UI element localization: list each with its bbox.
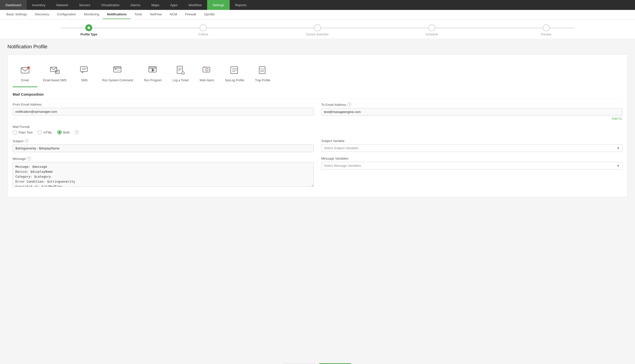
svg-point-25 <box>206 68 208 71</box>
mail-format-radio-group: Plain Text HTML Both ? <box>13 130 314 134</box>
top-nav-item-reports[interactable]: Reports <box>230 0 252 10</box>
svg-marker-12 <box>115 69 117 70</box>
radio-both-circle <box>57 130 62 134</box>
subject-label: Subject ? <box>13 139 314 143</box>
sub-nav-item-firewall[interactable]: Firewall <box>181 10 200 19</box>
sub-nav-item-netflow[interactable]: NetFlow <box>146 10 166 19</box>
mail-format-label: Mail Format <box>13 125 314 128</box>
subject-row: Subject ? Subject Variable Select Subjec… <box>13 139 622 152</box>
sub-nav-item-discovery[interactable]: Discovery <box>31 10 53 19</box>
sms-icon <box>78 64 90 76</box>
radio-both[interactable]: Both <box>57 130 70 134</box>
sub-nav-item-tools[interactable]: Tools <box>130 10 146 19</box>
top-nav-item-servers[interactable]: Servers <box>74 0 96 10</box>
progress-step-label-1: Criteria <box>198 33 208 36</box>
log-a-ticket-icon <box>175 64 187 76</box>
to-email-input[interactable] <box>321 108 622 116</box>
progress-steps: Profile TypeCriteriaDevice SelectionSche… <box>32 24 603 36</box>
subject-help-icon[interactable]: ? <box>25 139 29 143</box>
progress-step-label-2: Device Selection <box>306 33 329 36</box>
profile-type-label-6: Web Alarm <box>200 78 214 82</box>
from-email-label: From Email Address <box>13 102 314 106</box>
profile-type-label-7: SysLog Profile <box>225 78 244 82</box>
top-nav-item-network[interactable]: Network <box>51 0 74 10</box>
profile-type-syslog-profile[interactable]: SysLog Profile <box>219 60 249 87</box>
email-row: From Email Address To Email Address ? Ad… <box>13 102 622 120</box>
top-nav-item-maps[interactable]: Maps <box>146 0 165 10</box>
profile-type-email-based-sms[interactable]: Email based SMS <box>38 60 72 87</box>
progress-step-circle-1 <box>200 24 207 31</box>
top-nav-item-workflow[interactable]: Workflow <box>183 0 207 10</box>
profile-type-run-program[interactable]: Run Program <box>138 60 167 87</box>
profile-type-email[interactable]: Email <box>13 60 38 87</box>
progress-step-label-3: Schedule <box>426 33 438 36</box>
from-email-input[interactable] <box>13 108 314 116</box>
top-nav-item-virtualization[interactable]: Virtualization <box>96 0 125 10</box>
progress-step-1: Criteria <box>146 24 260 36</box>
top-nav-item-alarms[interactable]: Alarms <box>125 0 146 10</box>
sub-nav-item-configuration[interactable]: Configuration <box>53 10 80 19</box>
profile-type-label-2: SMS <box>81 78 88 82</box>
svg-rect-26 <box>204 67 205 68</box>
mail-composition-section: Mail Composition From Email Address To E… <box>13 92 622 188</box>
subject-variable-label: Subject Variable <box>321 139 622 143</box>
subject-variable-select[interactable]: Select Subject Variables <box>321 144 622 152</box>
svg-rect-24 <box>203 67 210 72</box>
message-textarea[interactable]: Message: $message Device: $displayName C… <box>13 162 314 187</box>
sub-nav-item-notifications[interactable]: Notifications <box>103 10 130 19</box>
subject-input[interactable] <box>13 144 314 152</box>
progress-step-0: Profile Type <box>32 24 146 36</box>
progress-step-label-0: Profile Type <box>81 33 98 36</box>
svg-marker-16 <box>152 68 155 72</box>
profile-type-run-system-command[interactable]: Run System Command <box>97 60 138 87</box>
top-nav-item-dashboard[interactable]: Dashboard <box>0 0 27 10</box>
radio-html[interactable]: HTML <box>38 130 52 134</box>
radio-plain-text[interactable]: Plain Text <box>13 130 33 134</box>
trap-profile-icon <box>257 64 269 76</box>
profile-types-row: Email Email based SMS SMS Run System Com… <box>13 60 622 87</box>
profile-type-log-a-ticket[interactable]: Log a Ticket <box>167 60 194 87</box>
profile-type-sms[interactable]: SMS <box>72 60 97 87</box>
top-nav-item-inventory[interactable]: Inventory <box>27 0 51 10</box>
message-label: Message ? <box>13 156 314 160</box>
message-row: Message ? Message: $message Device: $dis… <box>13 156 622 188</box>
top-nav: DashboardInventoryNetworkServersVirtuali… <box>0 0 635 10</box>
sub-nav-item-basic-settings[interactable]: Basic Settings <box>3 10 31 19</box>
top-nav-item-apps[interactable]: Apps <box>165 0 183 10</box>
message-help-icon[interactable]: ? <box>27 156 31 160</box>
radio-both-label: Both <box>63 130 70 134</box>
profile-type-label-0: Email <box>21 78 29 82</box>
progress-step-circle-4 <box>543 24 550 31</box>
message-variable-select[interactable]: Select Message Variables <box>321 162 622 170</box>
radio-html-label: HTML <box>43 130 52 134</box>
progress-bar-container: Profile TypeCriteriaDevice SelectionSche… <box>0 19 635 39</box>
progress-step-circle-3 <box>428 24 435 31</box>
profile-type-web-alarm[interactable]: Web Alarm <box>194 60 219 87</box>
sub-nav-item-monitoring[interactable]: Monitoring <box>80 10 103 19</box>
top-nav-item-settings[interactable]: Settings <box>207 0 230 10</box>
profile-type-label-8: Trap Profile <box>255 78 270 82</box>
sub-nav: Basic SettingsDiscoveryConfigurationMoni… <box>0 10 635 19</box>
mail-format-help-icon[interactable]: ? <box>75 130 79 134</box>
profile-card: Email Email based SMS SMS Run System Com… <box>8 54 627 197</box>
progress-step-label-4: Preview <box>541 33 551 36</box>
to-email-help-icon[interactable]: ? <box>347 102 351 106</box>
subject-variable-select-wrapper: Select Subject Variables ▼ <box>321 144 622 152</box>
sub-nav-item-oputils[interactable]: OpUtils <box>200 10 219 19</box>
to-email-label: To Email Address ? <box>321 102 622 106</box>
profile-type-label-5: Log a Ticket <box>173 78 189 82</box>
radio-plain-text-circle <box>13 130 17 134</box>
sub-nav-item-ncm[interactable]: NCM <box>166 10 181 19</box>
add-cc-link[interactable]: Add Cc <box>321 117 622 120</box>
svg-rect-11 <box>114 67 121 68</box>
message-variable-label: Message Variables <box>321 156 622 160</box>
main-content: Notification Profile Email Email based S… <box>0 39 635 358</box>
progress-step-3: Schedule <box>375 24 489 36</box>
email-icon <box>19 64 31 76</box>
to-email-group: To Email Address ? Add Cc <box>321 102 622 120</box>
profile-type-trap-profile[interactable]: Trap Profile <box>249 60 276 87</box>
section-title: Mail Composition <box>13 92 622 98</box>
progress-step-2: Device Selection <box>260 24 375 36</box>
subject-group: Subject ? <box>13 139 314 152</box>
web-alarm-icon <box>201 64 213 76</box>
